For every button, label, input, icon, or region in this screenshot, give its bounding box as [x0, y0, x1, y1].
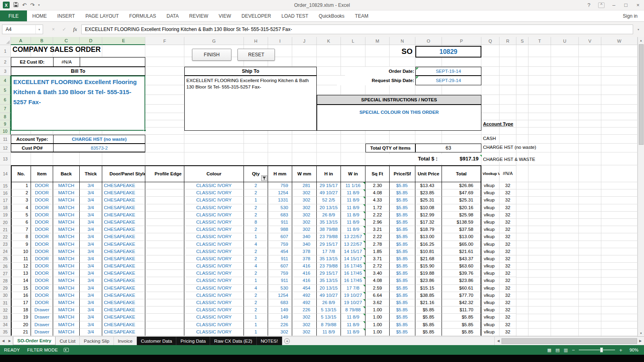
cell[interactable]: 19 10/27: [341, 299, 365, 306]
row-header-1[interactable]: 1: [0, 45, 11, 57]
cell[interactable]: 12: [11, 263, 31, 270]
cell[interactable]: 302: [292, 219, 317, 226]
cell[interactable]: 149: [268, 306, 292, 314]
cell[interactable]: 11 8/9: [317, 329, 341, 336]
row-header-33[interactable]: 33: [0, 314, 11, 321]
cell[interactable]: 19: [11, 314, 31, 321]
cell[interactable]: 32: [500, 197, 516, 204]
cell[interactable]: $23.85: [415, 189, 442, 197]
column-header-c[interactable]: C: [53, 37, 80, 45]
undo-icon[interactable]: ↶: [22, 2, 27, 8]
cell[interactable]: $17.32: [415, 219, 442, 226]
cell[interactable]: 32: [500, 241, 516, 248]
cell[interactable]: 32: [500, 321, 516, 329]
cell[interactable]: $5.85: [390, 241, 415, 248]
column-header-r[interactable]: R: [500, 37, 516, 45]
cell[interactable]: 35 13/15: [317, 255, 341, 263]
row-header-27[interactable]: 27: [0, 270, 11, 277]
row-header-12[interactable]: 12: [0, 144, 11, 152]
cell[interactable]: 2.30: [365, 182, 390, 189]
cell[interactable]: 32: [500, 212, 516, 219]
cell[interactable]: 1.00: [365, 329, 390, 336]
row-header-22[interactable]: 22: [0, 233, 11, 241]
cell[interactable]: 8 79/88: [341, 306, 365, 314]
cell[interactable]: 378: [292, 248, 317, 255]
cell[interactable]: CHESAPEAKE: [102, 321, 145, 329]
cell[interactable]: $15.15: [415, 285, 442, 292]
cell[interactable]: MATCH: [53, 314, 80, 321]
cell[interactable]: DOOR: [31, 292, 53, 299]
cell[interactable]: 302: [292, 189, 317, 197]
table-header-colour[interactable]: Colour: [184, 165, 244, 182]
cell[interactable]: 13 22/57: [341, 241, 365, 248]
cell[interactable]: 1.00: [365, 314, 390, 321]
cell[interactable]: [145, 285, 184, 292]
cell[interactable]: 16 17/45: [341, 270, 365, 277]
cell[interactable]: 3.21: [365, 226, 390, 233]
cell[interactable]: 32: [500, 226, 516, 233]
cell[interactable]: 29 15/17: [317, 270, 341, 277]
cell[interactable]: 759: [268, 270, 292, 277]
cust-po-label[interactable]: Cust PO#: [11, 144, 54, 152]
cell[interactable]: [145, 255, 184, 263]
cell[interactable]: DOOR: [31, 197, 53, 204]
cell[interactable]: CLASSIC IVORY: [184, 197, 244, 204]
row-header-2[interactable]: 2: [0, 57, 11, 67]
cell[interactable]: 3.62: [365, 299, 390, 306]
row-header-32[interactable]: 32: [0, 306, 11, 314]
cell[interactable]: 1: [244, 233, 268, 241]
save-icon[interactable]: [13, 2, 19, 8]
maximize-icon[interactable]: □: [620, 2, 632, 8]
cell[interactable]: 2: [244, 306, 268, 314]
cell[interactable]: 1: [244, 314, 268, 321]
cell[interactable]: [145, 204, 184, 212]
zoom-level[interactable]: 90%: [626, 348, 638, 352]
cell[interactable]: [145, 299, 184, 306]
cell[interactable]: 3/4: [80, 263, 102, 270]
cell[interactable]: CHESAPEAKE: [102, 241, 145, 248]
request-ship-date-value[interactable]: SEPT-29-14: [415, 76, 481, 85]
cell[interactable]: 302: [292, 204, 317, 212]
bill-to-cell[interactable]: EXCELLENT FLOORING Excellent Flooring Ki…: [11, 76, 145, 131]
cell[interactable]: $5.85: [415, 321, 442, 329]
cell[interactable]: vlkup: [481, 219, 500, 226]
cell[interactable]: 3/4: [80, 212, 102, 219]
cell[interactable]: 2.78: [365, 241, 390, 248]
insert-function-icon[interactable]: fx: [70, 26, 80, 33]
cell[interactable]: 32: [500, 255, 516, 263]
cell[interactable]: $43.37: [442, 255, 481, 263]
cust-po-value[interactable]: 83573-2: [54, 144, 145, 152]
column-header-j[interactable]: J: [292, 37, 317, 45]
cell[interactable]: $25.31: [442, 197, 481, 204]
cell[interactable]: MATCH: [53, 248, 80, 255]
cell[interactable]: vlkup: [481, 233, 500, 241]
reset-button[interactable]: RESET: [237, 49, 275, 61]
cell[interactable]: $23.86: [442, 277, 481, 284]
account-type-list-item[interactable]: CASH: [483, 136, 497, 141]
cell[interactable]: MATCH: [53, 255, 80, 263]
cell[interactable]: 32: [500, 292, 516, 299]
cell[interactable]: 3/4: [80, 189, 102, 197]
cell[interactable]: 13 22/57: [341, 233, 365, 241]
cell[interactable]: 530: [268, 285, 292, 292]
cell[interactable]: $47.69: [442, 189, 481, 197]
cell[interactable]: $13.00: [442, 233, 481, 241]
zoom-out-icon[interactable]: −: [572, 348, 575, 353]
row-header-7[interactable]: 7: [0, 105, 11, 113]
cell[interactable]: CHESAPEAKE: [102, 197, 145, 204]
cell[interactable]: 3/4: [80, 329, 102, 336]
cell[interactable]: 8: [244, 219, 268, 226]
row-header-13[interactable]: 13: [0, 152, 11, 165]
cell[interactable]: $5.85: [415, 306, 442, 314]
cell[interactable]: vlkup: [481, 248, 500, 255]
account-type-list-item[interactable]: CHARGE HST (no waste): [483, 145, 538, 150]
cell[interactable]: 16: [11, 292, 31, 299]
cell[interactable]: 759: [268, 241, 292, 248]
row-header-14[interactable]: 14: [0, 165, 11, 182]
ribbon-tab-quickbooks[interactable]: QuickBooks: [314, 10, 350, 21]
cell[interactable]: 2.72: [365, 263, 390, 270]
vertical-scrollbar[interactable]: ▲ ▼: [638, 37, 644, 336]
row-header-3[interactable]: 3: [0, 67, 11, 76]
column-header-e[interactable]: E: [102, 37, 145, 45]
cell[interactable]: 32: [500, 329, 516, 336]
